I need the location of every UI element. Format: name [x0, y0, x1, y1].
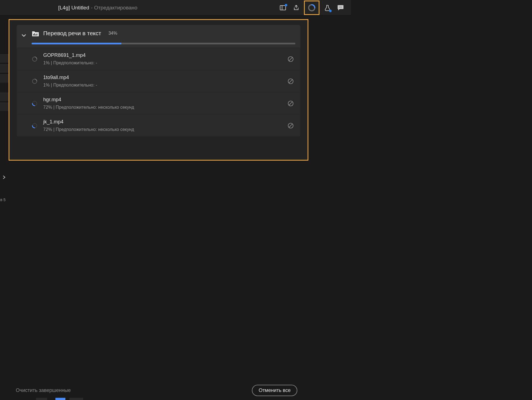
task-item: 1to9all.mp4 1% | Предположительно: - [17, 70, 300, 92]
spinner-icon [32, 123, 38, 129]
cancel-item-button[interactable] [287, 121, 295, 130]
svg-line-21 [289, 124, 292, 127]
task-item: hgr.mp4 72% | Предположительно: нескольк… [17, 92, 300, 114]
cancel-item-button[interactable] [287, 55, 295, 63]
cancel-item-button[interactable] [287, 77, 295, 85]
progress-panel: Перевод речи в текст 34% GOPR8691_1.mp4 … [9, 19, 308, 161]
svg-rect-9 [37, 34, 37, 36]
task-percent: 34% [108, 31, 117, 36]
topbar-icon-group [277, 1, 346, 15]
left-strip: в 5 [0, 16, 9, 264]
task-item: GOPR8691_1.mp4 1% | Предположительно: - [17, 48, 300, 70]
svg-line-18 [289, 102, 292, 105]
svg-rect-0 [280, 6, 286, 10]
spinner-icon [32, 56, 38, 62]
comments-icon[interactable] [335, 2, 346, 13]
progress-button[interactable] [304, 1, 319, 15]
svg-line-15 [289, 80, 292, 83]
task-title: Перевод речи в текст [43, 30, 101, 37]
expand-chevron-icon[interactable] [2, 175, 7, 180]
collapse-chevron-icon[interactable] [20, 32, 28, 39]
task-progress-bar [17, 43, 300, 48]
task-item: jk_1.mp4 72% | Предположительно: несколь… [17, 114, 300, 136]
svg-point-5 [341, 6, 342, 7]
workspace-icon[interactable] [277, 2, 288, 13]
svg-line-12 [289, 57, 292, 60]
left-label: в 5 [0, 198, 6, 202]
spinner-icon [32, 78, 38, 84]
top-bar: [L4g] Untitled - Отредактировано [0, 0, 351, 16]
document-title: [L4g] Untitled [58, 5, 89, 11]
svg-rect-7 [34, 33, 35, 36]
svg-point-4 [340, 6, 341, 7]
labs-icon[interactable] [322, 2, 333, 13]
svg-rect-6 [33, 34, 34, 36]
item-status: 1% | Предположительно: - [43, 60, 281, 65]
document-status: - Отредактировано [91, 5, 137, 11]
task-items: GOPR8691_1.mp4 1% | Предположительно: - … [17, 48, 300, 136]
task-progress-fill [32, 43, 121, 44]
task-header: Перевод речи в текст 34% [17, 25, 300, 43]
share-icon[interactable] [291, 2, 302, 13]
item-status: 72% | Предположительно: несколько секунд [43, 105, 281, 110]
item-name: 1to9all.mp4 [43, 75, 281, 80]
item-status: 1% | Предположительно: - [43, 83, 281, 88]
item-status: 72% | Предположительно: несколько секунд [43, 127, 281, 132]
cancel-item-button[interactable] [287, 99, 295, 108]
svg-rect-8 [35, 34, 36, 36]
item-name: hgr.mp4 [43, 97, 281, 103]
item-name: GOPR8691_1.mp4 [43, 52, 281, 58]
item-name: jk_1.mp4 [43, 119, 281, 125]
spinner-icon [32, 100, 38, 107]
task-type-icon [32, 30, 39, 38]
svg-point-3 [339, 6, 340, 7]
